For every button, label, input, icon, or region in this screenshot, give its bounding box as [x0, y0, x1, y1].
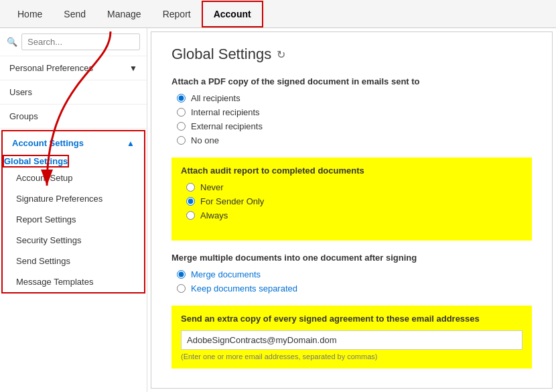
search-icon: 🔍 [7, 37, 17, 47]
search-input[interactable] [21, 34, 140, 50]
pdf-copy-all-recipients[interactable]: All recipients [177, 93, 532, 103]
audit-never[interactable]: Never [186, 182, 523, 192]
merge-documents[interactable]: Merge documents [177, 269, 532, 279]
pdf-copy-section: Attach a PDF copy of the signed document… [171, 76, 532, 145]
refresh-icon[interactable]: ↻ [277, 48, 285, 61]
top-nav: Home Send Manage Report Account [0, 0, 556, 28]
email-hint: (Enter one or more email addresses, sepa… [181, 352, 523, 361]
pdf-copy-external-recipients[interactable]: External recipients [177, 121, 532, 131]
sidebar-section-header-groups[interactable]: Groups [0, 105, 147, 128]
merge-docs-radio-group: Merge documents Keep documents separated [171, 269, 532, 293]
sidebar-section-header-personal-preferences[interactable]: Personal Preferences ▼ [0, 56, 147, 80]
chevron-up-icon: ▲ [127, 139, 135, 148]
pdf-copy-label: Attach a PDF copy of the signed document… [171, 76, 532, 86]
extra-copy-label: Send an extra copy of every signed agree… [181, 314, 523, 324]
sidebar-search-container: 🔍 [0, 28, 147, 56]
sidebar-label-groups: Groups [9, 111, 38, 121]
sidebar-section-groups: Groups [0, 105, 147, 129]
pdf-copy-no-one[interactable]: No one [177, 135, 532, 145]
sidebar-item-account-setup[interactable]: Account Setup [3, 168, 144, 188]
nav-item-send[interactable]: Send [53, 2, 96, 26]
merge-docs-label: Merge multiple documents into one docume… [171, 253, 532, 263]
nav-item-account[interactable]: Account [202, 1, 263, 27]
audit-report-label: Attach audit report to completed documen… [181, 166, 523, 176]
email-input[interactable] [181, 330, 523, 350]
sidebar-label-personal-preferences: Personal Preferences [9, 63, 93, 73]
sidebar-section-personal-preferences: Personal Preferences ▼ [0, 56, 147, 80]
extra-copy-section: Send an extra copy of every signed agree… [171, 306, 532, 369]
pdf-copy-radio-group: All recipients Internal recipients Exter… [171, 93, 532, 145]
sidebar-item-send-settings[interactable]: Send Settings [3, 251, 144, 271]
sidebar-item-message-templates[interactable]: Message Templates [3, 271, 144, 292]
pdf-copy-internal-recipients[interactable]: Internal recipients [177, 107, 532, 117]
sidebar-item-security-settings[interactable]: Security Settings [3, 230, 144, 251]
sidebar-label-users: Users [9, 87, 32, 97]
sidebar-section-account-settings: Account Settings ▲ Global Settings Accou… [1, 130, 145, 293]
nav-item-home[interactable]: Home [7, 2, 53, 26]
keep-documents-separated[interactable]: Keep documents separated [177, 283, 532, 293]
audit-for-sender-only[interactable]: For Sender Only [186, 196, 523, 206]
sidebar: 🔍 Personal Preferences ▼ Users Groups A [0, 28, 147, 392]
sidebar-item-report-settings[interactable]: Report Settings [3, 209, 144, 230]
sidebar-section-header-users[interactable]: Users [0, 80, 147, 104]
sidebar-item-signature-preferences[interactable]: Signature Preferences [3, 188, 144, 209]
page-title: Global Settings ↻ [171, 46, 532, 63]
chevron-down-icon: ▼ [129, 64, 137, 73]
sidebar-item-global-settings[interactable]: Global Settings [3, 155, 69, 168]
nav-item-manage[interactable]: Manage [96, 2, 152, 26]
main-layout: 🔍 Personal Preferences ▼ Users Groups A [0, 28, 556, 392]
audit-always[interactable]: Always [186, 210, 523, 220]
sidebar-label-account-settings: Account Settings [12, 138, 84, 148]
main-content: Global Settings ↻ Attach a PDF copy of t… [151, 31, 553, 389]
sidebar-section-users: Users [0, 80, 147, 105]
nav-item-report[interactable]: Report [152, 2, 202, 26]
merge-docs-section: Merge multiple documents into one docume… [171, 253, 532, 293]
audit-report-radio-group: Never For Sender Only Always [181, 182, 523, 220]
audit-report-section: Attach audit report to completed documen… [171, 157, 532, 241]
sidebar-section-header-account-settings[interactable]: Account Settings ▲ [3, 131, 144, 155]
